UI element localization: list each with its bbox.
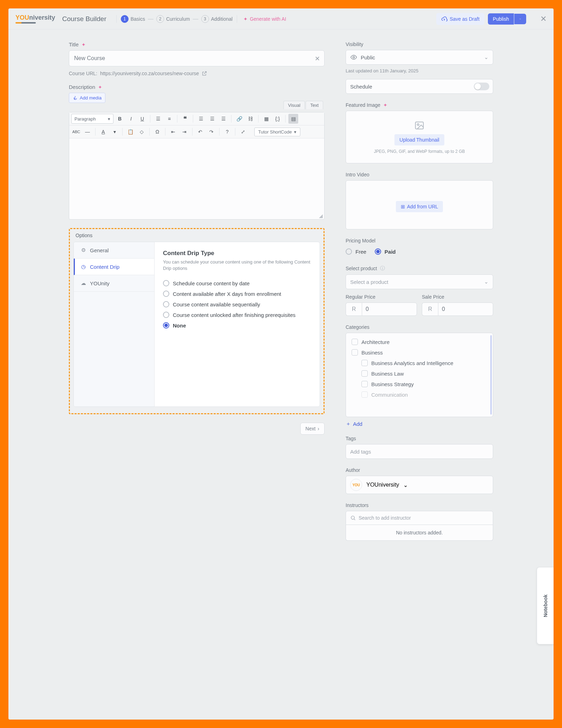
fullscreen-icon[interactable]: ⤢ (238, 127, 248, 137)
sparkle-icon[interactable]: ✦ (81, 42, 86, 47)
editor-body[interactable]: ◢ (69, 138, 324, 219)
text-color-icon[interactable]: A (98, 127, 108, 137)
bold-icon[interactable]: B (115, 114, 125, 124)
select-product-dropdown[interactable]: Select a product ⌄ (346, 274, 493, 289)
separator-icon (95, 128, 96, 136)
strikethrough-icon[interactable]: ABC (71, 127, 81, 137)
list-ol-icon[interactable]: ☰ (153, 114, 163, 124)
omega-icon[interactable]: Ω (152, 127, 162, 137)
image-icon (352, 120, 487, 131)
divider-icon (237, 15, 237, 23)
next-button[interactable]: Next › (300, 423, 325, 435)
category-item[interactable]: Business Law (352, 368, 489, 379)
link-icon[interactable]: 🔗 (234, 114, 244, 124)
save-draft-button[interactable]: Save as Draft (436, 13, 484, 25)
clear-icon[interactable]: ✕ (315, 55, 320, 63)
separator-icon (231, 115, 231, 123)
options-tab-younity[interactable]: ☁ YOUnity (74, 275, 154, 292)
radio-icon (346, 248, 352, 255)
align-center-icon[interactable]: ☰ (207, 114, 217, 124)
brand-you: YOU (15, 14, 29, 21)
main-column: Title ✦ New Course ✕ Course URL: https:/… (8, 39, 339, 541)
step-additional[interactable]: 3Additional (201, 15, 233, 23)
instructor-search-input[interactable]: Search to add instructor (346, 511, 493, 525)
paste-icon[interactable]: 📋 (125, 127, 135, 137)
brand-logo[interactable]: YOUniversity (15, 14, 55, 24)
options-nav: ⚙ General ◷ Content Drip ☁ YOUnity (74, 242, 155, 407)
title-input[interactable]: New Course ✕ (69, 50, 325, 66)
category-item[interactable]: Architecture (352, 337, 489, 347)
indent-icon[interactable]: ⇥ (179, 127, 189, 137)
categories-list[interactable]: Architecture Business Business Analytics… (346, 333, 493, 417)
radio-icon (163, 301, 169, 307)
tags-input[interactable]: Add tags (346, 444, 493, 459)
options-tab-general[interactable]: ⚙ General (74, 242, 154, 259)
publish-label: Publish (493, 16, 509, 22)
description-editor: Paragraph▾ B I U ☰ ≡ ❝ ☰ ☰ ☰ 🔗 ⛓ (69, 112, 325, 220)
visibility-select[interactable]: Public ⌄ (346, 50, 493, 65)
add-label: Add (353, 421, 362, 427)
add-from-url-button[interactable]: ⊞ Add from URL (396, 201, 443, 212)
chevron-down-icon: ⌄ (484, 279, 489, 285)
italic-icon[interactable]: I (126, 114, 136, 124)
checkbox-icon (352, 339, 358, 345)
insert-icon[interactable]: ▦ (261, 114, 271, 124)
tab-text[interactable]: Text (306, 101, 323, 109)
pricing-paid[interactable]: Paid (375, 246, 396, 257)
outdent-icon[interactable]: ⇤ (168, 127, 178, 137)
drip-option-prerequisites[interactable]: Course content unlocked after finishing … (163, 310, 311, 320)
align-right-icon[interactable]: ☰ (218, 114, 228, 124)
tab-visual[interactable]: Visual (283, 101, 305, 109)
generate-ai-button[interactable]: ✦ Generate with AI (243, 16, 286, 22)
instructors-label: Instructors (346, 502, 493, 508)
category-item[interactable]: Business (352, 347, 489, 358)
radio-label: Course content unlocked after finishing … (173, 312, 295, 318)
paragraph-select[interactable]: Paragraph▾ (71, 114, 113, 124)
publish-dropdown-button[interactable] (514, 14, 526, 24)
sparkle-icon[interactable]: ✦ (98, 84, 102, 90)
category-item[interactable]: Business Analytics and Intelligence (352, 358, 489, 368)
generate-ai-label: Generate with AI (250, 16, 286, 22)
close-icon[interactable]: ✕ (540, 14, 547, 24)
featured-image-dropzone[interactable]: Upload Thumbnail JPEG, PNG, GIF, and Web… (346, 111, 493, 163)
step-curriculum[interactable]: 2Curriculum (156, 15, 190, 23)
drip-option-after-x-days[interactable]: Content available after X days from enro… (163, 288, 311, 299)
drip-option-none[interactable]: None (163, 320, 311, 331)
redo-icon[interactable]: ↷ (207, 127, 216, 137)
hr-icon[interactable]: — (83, 127, 92, 137)
undo-icon[interactable]: ↶ (195, 127, 205, 137)
pricing-free[interactable]: Free (346, 246, 366, 257)
category-item[interactable]: Communication (352, 389, 489, 400)
sale-price-input[interactable]: R0 (422, 303, 493, 316)
code-icon[interactable]: {;} (273, 114, 282, 124)
publish-button[interactable]: Publish (488, 13, 514, 25)
text-color-drop-icon[interactable]: ▾ (110, 127, 119, 137)
clear-format-icon[interactable]: ◇ (137, 127, 146, 137)
intro-video-dropzone[interactable]: ⊞ Add from URL (346, 180, 493, 229)
shortcode-select[interactable]: Tutor ShortCode▾ (254, 128, 300, 136)
list-ul-icon[interactable]: ≡ (164, 114, 174, 124)
external-link-icon[interactable] (202, 71, 207, 76)
unlink-icon[interactable]: ⛓ (246, 114, 255, 124)
schedule-toggle[interactable] (474, 83, 489, 90)
author-select[interactable]: YOU YOUniversity ⌄ (346, 476, 493, 494)
quote-icon[interactable]: ❝ (180, 114, 190, 124)
add-category-button[interactable]: ＋Add (346, 421, 493, 427)
options-tab-content-drip[interactable]: ◷ Content Drip (74, 259, 154, 275)
step-basics[interactable]: 1Basics (121, 15, 145, 23)
add-media-button[interactable]: Add media (69, 93, 105, 103)
align-left-icon[interactable]: ☰ (196, 114, 206, 124)
upload-thumbnail-button[interactable]: Upload Thumbnail (394, 134, 444, 145)
help-icon[interactable]: ? (222, 127, 232, 137)
sparkle-icon[interactable]: ✦ (383, 102, 387, 108)
regular-price-input[interactable]: R0 (346, 303, 417, 316)
drip-option-sequential[interactable]: Course content available sequentially (163, 299, 311, 310)
toggle-toolbar-icon[interactable]: ▤ (288, 114, 298, 124)
drip-option-schedule-by-date[interactable]: Schedule course content by date (163, 278, 311, 288)
resize-handle-icon[interactable]: ◢ (319, 213, 323, 219)
info-icon[interactable]: ⓘ (380, 265, 385, 272)
category-item[interactable]: Business Strategy (352, 379, 489, 389)
category-label: Business Law (371, 371, 404, 377)
notebook-tab[interactable]: Notebook (537, 567, 554, 644)
underline-icon[interactable]: U (137, 114, 147, 124)
